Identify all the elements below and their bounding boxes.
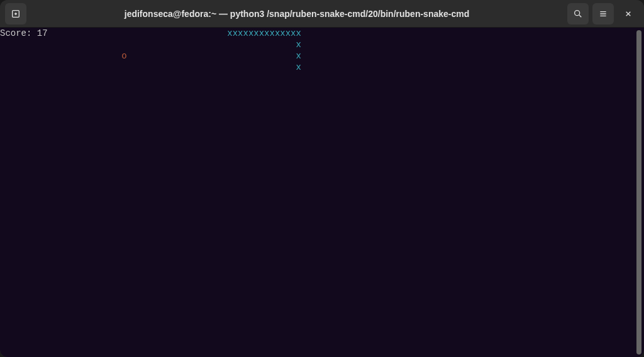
svg-line-4 (579, 15, 581, 17)
snake-body-row2: x (296, 40, 301, 50)
spacer-4 (0, 62, 296, 72)
hamburger-icon (598, 9, 608, 19)
spacer-2 (0, 40, 296, 50)
menu-button[interactable] (592, 3, 614, 25)
spacer-3b (127, 51, 296, 61)
titlebar: jedifonseca@fedora:~ — python3 /snap/rub… (0, 0, 644, 28)
titlebar-right (567, 3, 639, 25)
food: o (121, 51, 126, 61)
window-title: jedifonseca@fedora:~ — python3 /snap/rub… (26, 9, 567, 19)
close-icon (623, 9, 633, 19)
score-label: Score: (0, 28, 37, 38)
terminal-area[interactable]: Score: 17 xxxxxxxxxxxxxx x o x (0, 28, 644, 357)
search-button[interactable] (567, 3, 589, 25)
svg-point-3 (575, 10, 580, 15)
close-button[interactable] (618, 3, 639, 25)
spacer-1 (48, 28, 228, 38)
score-value: 17 (37, 28, 48, 38)
terminal-window: jedifonseca@fedora:~ — python3 /snap/rub… (0, 0, 644, 357)
search-icon (573, 9, 583, 19)
spacer-3a (0, 51, 121, 61)
scrollbar[interactable] (636, 30, 641, 354)
new-tab-button[interactable] (5, 3, 26, 25)
terminal-content: Score: 17 xxxxxxxxxxxxxx x o x (0, 28, 635, 357)
plus-tab-icon (11, 9, 21, 19)
snake-body-row4: x (296, 62, 301, 72)
snake-body-row1: xxxxxxxxxxxxxx (227, 28, 301, 38)
titlebar-left (5, 3, 26, 25)
snake-body-row3: x (296, 51, 301, 61)
